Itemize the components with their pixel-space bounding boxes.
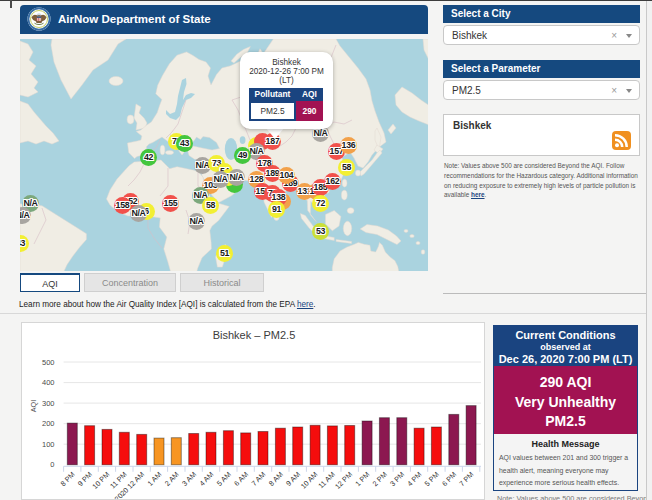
svg-text:12 PM: 12 PM [333,470,354,491]
svg-text:4 PM: 4 PM [405,470,423,488]
svg-text:300: 300 [42,399,55,408]
svg-text:Bishkek – PM2.5: Bishkek – PM2.5 [213,329,296,341]
svg-text:5 PM: 5 PM [423,470,441,488]
svg-text:400: 400 [42,378,55,387]
svg-text:11 AM: 11 AM [316,470,336,490]
svg-text:2 AM: 2 AM [163,470,181,488]
svg-text:500: 500 [42,358,55,367]
svg-text:1 PM: 1 PM [353,470,371,488]
svg-text:8 AM: 8 AM [267,470,285,488]
svg-text:1 AM: 1 AM [145,470,163,488]
svg-text:3 AM: 3 AM [180,470,198,488]
svg-text:8 PM: 8 PM [58,470,76,488]
svg-text:6 PM: 6 PM [440,470,458,488]
svg-text:5 AM: 5 AM [215,470,233,488]
svg-text:200: 200 [42,419,55,428]
svg-text:3 PM: 3 PM [388,470,406,488]
svg-text:0: 0 [50,460,54,469]
svg-text:4 AM: 4 AM [197,470,215,488]
svg-text:6 AM: 6 AM [232,470,250,488]
svg-text:10 AM: 10 AM [299,470,320,491]
svg-text:7 AM: 7 AM [249,470,267,488]
svg-text:100: 100 [42,440,55,449]
svg-text:2 PM: 2 PM [371,470,389,488]
svg-text:7 PM: 7 PM [457,470,475,488]
svg-text:10 PM: 10 PM [90,470,111,491]
svg-text:AQI: AQI [29,400,38,413]
